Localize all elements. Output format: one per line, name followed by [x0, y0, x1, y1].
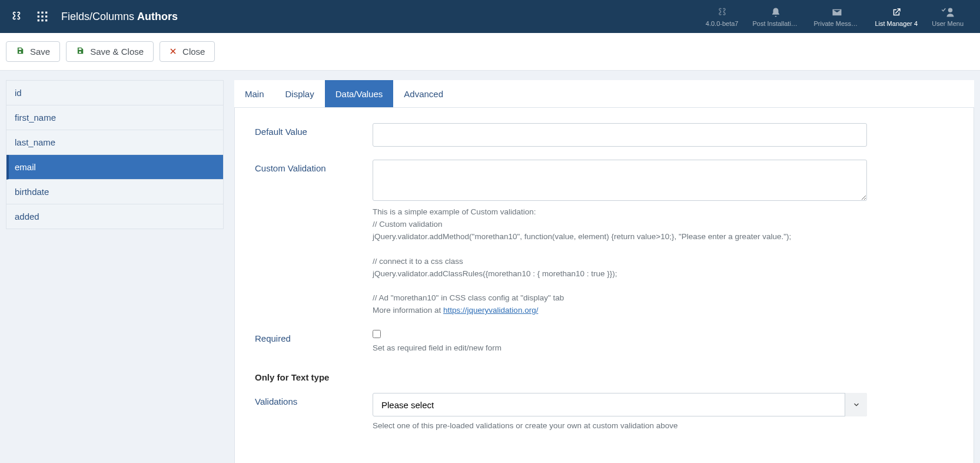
topbar-user-menu[interactable]: User Menu: [925, 2, 971, 31]
label-validations: Validations: [255, 393, 373, 406]
topbar-right: 4.0.0-beta7 Post Installation ... Privat…: [699, 2, 971, 31]
tab-content-data-values: Default Value Custom Validation This is …: [234, 108, 974, 463]
fields-sidebar: idfirst_namelast_nameemailbirthdateadded: [6, 80, 224, 229]
save-icon: [76, 47, 84, 57]
svg-rect-8: [45, 19, 47, 21]
save-close-label: Save & Close: [90, 47, 144, 57]
page-title: Fields/Columns Authors: [61, 11, 178, 23]
validations-select-wrap: Please select: [373, 393, 867, 416]
topbar-post-install-label: Post Installation ...: [752, 20, 799, 27]
field-default-value: [373, 123, 954, 147]
help-l2: jQuery.validator.addMethod("morethan10",…: [373, 232, 791, 241]
help-l4: jQuery.validator.addClassRules({morethan…: [373, 269, 617, 278]
topbar-version-label: 4.0.0-beta7: [706, 20, 739, 27]
custom-validation-textarea[interactable]: [373, 160, 867, 201]
field-validations: Please select Select one of this pre-loa…: [373, 393, 954, 432]
help-intro: This is a simple example of Custom valid…: [373, 207, 536, 216]
validations-select[interactable]: Please select: [373, 393, 867, 416]
required-checkbox[interactable]: [373, 330, 381, 338]
svg-rect-1: [41, 12, 43, 14]
help-l5: // Ad "morethan10" in CSS class config a…: [373, 293, 564, 302]
user-check-icon: [940, 6, 955, 19]
svg-rect-7: [41, 19, 43, 21]
tab-advanced[interactable]: Advanced: [393, 80, 454, 107]
sidebar-item-last_name[interactable]: last_name: [6, 130, 223, 155]
joomla-icon: [716, 6, 728, 19]
bell-icon: [770, 6, 781, 19]
custom-validation-help: This is a simple example of Custom valid…: [373, 206, 867, 317]
row-required: Required Set as required field in edit/n…: [255, 330, 954, 355]
topbar: Fields/Columns Authors 4.0.0-beta7 Post …: [0, 0, 980, 33]
row-custom-validation: Custom Validation This is a simple examp…: [255, 160, 954, 317]
jquery-validation-link[interactable]: https://jqueryvalidation.org/: [443, 306, 538, 315]
required-help: Set as required field in edit/new form: [373, 342, 867, 355]
field-required: Set as required field in edit/new form: [373, 330, 954, 355]
help-l1: // Custom validation: [373, 220, 443, 229]
svg-rect-0: [38, 12, 39, 14]
svg-rect-2: [45, 12, 47, 14]
sidebar-item-birthdate[interactable]: birthdate: [6, 180, 223, 204]
default-value-input[interactable]: [373, 123, 867, 147]
tabs: MainDisplayData/ValuesAdvanced: [234, 80, 974, 108]
save-icon: [16, 47, 24, 57]
toolbar: Save Save & Close Close: [0, 33, 980, 71]
svg-rect-4: [41, 15, 43, 17]
topbar-private-messages[interactable]: Private Messages: [806, 2, 868, 31]
tab-main[interactable]: Main: [234, 80, 275, 107]
external-link-icon: [891, 6, 902, 19]
save-close-button[interactable]: Save & Close: [66, 41, 154, 62]
joomla-logo-icon[interactable]: [9, 9, 24, 24]
label-custom-validation: Custom Validation: [255, 160, 373, 173]
validations-help: Select one of this pre-loaded validation…: [373, 420, 867, 432]
svg-point-9: [948, 8, 953, 13]
topbar-left: Fields/Columns Authors: [9, 9, 178, 24]
topbar-post-install[interactable]: Post Installation ...: [745, 2, 806, 31]
svg-rect-5: [45, 15, 47, 17]
help-more-prefix: More information at: [373, 306, 443, 315]
help-l3: // connect it to a css class: [373, 257, 463, 266]
sidebar-item-id[interactable]: id: [6, 81, 223, 105]
close-label: Close: [182, 47, 205, 57]
apps-grid-icon[interactable]: [35, 9, 49, 24]
topbar-version[interactable]: 4.0.0-beta7: [699, 2, 746, 31]
topbar-list-manager[interactable]: List Manager 4: [868, 2, 925, 31]
close-button[interactable]: Close: [160, 41, 215, 62]
topbar-list-manager-label: List Manager 4: [875, 20, 918, 27]
topbar-user-menu-label: User Menu: [932, 20, 964, 27]
label-required: Required: [255, 330, 373, 343]
svg-rect-6: [38, 19, 39, 21]
tab-display[interactable]: Display: [275, 80, 325, 107]
sidebar-item-first_name[interactable]: first_name: [6, 105, 223, 130]
main-panel: MainDisplayData/ValuesAdvanced Default V…: [234, 80, 974, 463]
row-default-value: Default Value: [255, 123, 954, 147]
content-wrapper: idfirst_namelast_nameemailbirthdateadded…: [0, 71, 980, 463]
topbar-private-messages-label: Private Messages: [813, 20, 861, 27]
page-title-entity: Authors: [137, 11, 178, 22]
close-icon: [170, 47, 177, 57]
svg-rect-3: [38, 15, 39, 17]
tab-data-values[interactable]: Data/Values: [325, 80, 394, 107]
section-text-type: Only for Text type: [255, 372, 954, 382]
save-button[interactable]: Save: [6, 41, 60, 62]
row-validations: Validations Please select Select one of …: [255, 393, 954, 432]
page-title-prefix: Fields/Columns: [61, 11, 137, 22]
save-label: Save: [30, 47, 50, 57]
field-custom-validation: This is a simple example of Custom valid…: [373, 160, 954, 317]
sidebar-item-added[interactable]: added: [6, 204, 223, 229]
envelope-icon: [832, 6, 842, 19]
label-default-value: Default Value: [255, 123, 373, 137]
sidebar-item-email[interactable]: email: [6, 155, 223, 180]
